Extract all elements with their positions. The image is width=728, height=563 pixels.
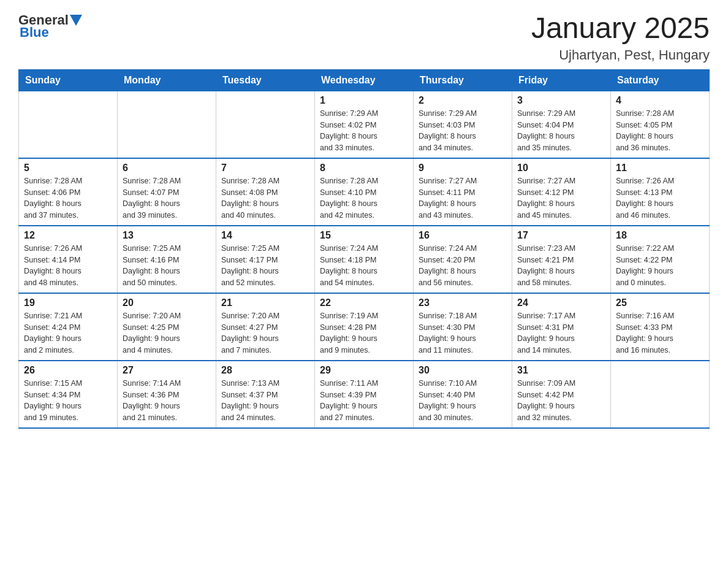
day-number: 18 (616, 230, 704, 241)
calendar-table: SundayMondayTuesdayWednesdayThursdayFrid… (18, 69, 710, 429)
day-info: Sunrise: 7:29 AMSunset: 4:02 PMDaylight:… (320, 108, 408, 154)
calendar-day-cell: 4Sunrise: 7:28 AMSunset: 4:05 PMDaylight… (611, 91, 710, 158)
calendar-day-cell: 6Sunrise: 7:28 AMSunset: 4:07 PMDaylight… (118, 158, 216, 226)
day-number: 23 (419, 297, 507, 308)
calendar-day-cell: 7Sunrise: 7:28 AMSunset: 4:08 PMDaylight… (216, 158, 315, 226)
calendar-day-cell: 20Sunrise: 7:20 AMSunset: 4:25 PMDayligh… (118, 293, 216, 361)
day-info: Sunrise: 7:19 AMSunset: 4:28 PMDaylight:… (320, 310, 408, 356)
day-info: Sunrise: 7:25 AMSunset: 4:17 PMDaylight:… (221, 243, 309, 289)
day-info: Sunrise: 7:20 AMSunset: 4:25 PMDaylight:… (123, 310, 211, 356)
calendar-day-cell: 22Sunrise: 7:19 AMSunset: 4:28 PMDayligh… (315, 293, 414, 361)
day-number: 3 (517, 95, 605, 106)
day-info: Sunrise: 7:23 AMSunset: 4:21 PMDaylight:… (517, 243, 605, 289)
day-number: 2 (419, 95, 507, 106)
day-number: 20 (123, 297, 211, 308)
calendar-day-cell: 26Sunrise: 7:15 AMSunset: 4:34 PMDayligh… (19, 361, 118, 428)
day-info: Sunrise: 7:29 AMSunset: 4:03 PMDaylight:… (419, 108, 507, 154)
day-info: Sunrise: 7:27 AMSunset: 4:12 PMDaylight:… (517, 175, 605, 221)
calendar-day-cell: 1Sunrise: 7:29 AMSunset: 4:02 PMDaylight… (315, 91, 414, 158)
calendar-day-cell: 9Sunrise: 7:27 AMSunset: 4:11 PMDaylight… (414, 158, 512, 226)
day-info: Sunrise: 7:28 AMSunset: 4:08 PMDaylight:… (221, 175, 309, 221)
day-info: Sunrise: 7:20 AMSunset: 4:27 PMDaylight:… (221, 310, 309, 356)
day-info: Sunrise: 7:16 AMSunset: 4:33 PMDaylight:… (616, 310, 704, 356)
day-info: Sunrise: 7:28 AMSunset: 4:10 PMDaylight:… (320, 175, 408, 221)
day-info: Sunrise: 7:17 AMSunset: 4:31 PMDaylight:… (517, 310, 605, 356)
calendar-day-cell (216, 91, 315, 158)
day-info: Sunrise: 7:25 AMSunset: 4:16 PMDaylight:… (123, 243, 211, 289)
calendar-day-cell: 5Sunrise: 7:28 AMSunset: 4:06 PMDaylight… (19, 158, 118, 226)
calendar-day-cell: 21Sunrise: 7:20 AMSunset: 4:27 PMDayligh… (216, 293, 315, 361)
calendar-day-cell: 18Sunrise: 7:22 AMSunset: 4:22 PMDayligh… (611, 226, 710, 293)
day-of-week-header: Thursday (414, 69, 512, 91)
calendar-day-cell: 16Sunrise: 7:24 AMSunset: 4:20 PMDayligh… (414, 226, 512, 293)
day-info: Sunrise: 7:09 AMSunset: 4:42 PMDaylight:… (517, 378, 605, 424)
day-info: Sunrise: 7:26 AMSunset: 4:13 PMDaylight:… (616, 175, 704, 221)
calendar-week-row: 19Sunrise: 7:21 AMSunset: 4:24 PMDayligh… (19, 293, 710, 361)
calendar-day-cell: 25Sunrise: 7:16 AMSunset: 4:33 PMDayligh… (611, 293, 710, 361)
calendar-day-cell: 30Sunrise: 7:10 AMSunset: 4:40 PMDayligh… (414, 361, 512, 428)
day-number: 6 (123, 163, 211, 174)
day-of-week-header: Monday (118, 69, 216, 91)
svg-marker-0 (70, 15, 82, 26)
day-number: 22 (320, 297, 408, 308)
day-number: 26 (24, 365, 112, 376)
calendar-day-cell (19, 91, 118, 158)
calendar-subtitle: Ujhartyan, Pest, Hungary (531, 47, 710, 63)
day-number: 19 (24, 297, 112, 308)
day-info: Sunrise: 7:24 AMSunset: 4:20 PMDaylight:… (419, 243, 507, 289)
calendar-week-row: 5Sunrise: 7:28 AMSunset: 4:06 PMDaylight… (19, 158, 710, 226)
day-info: Sunrise: 7:28 AMSunset: 4:05 PMDaylight:… (616, 108, 704, 154)
calendar-day-cell: 2Sunrise: 7:29 AMSunset: 4:03 PMDaylight… (414, 91, 512, 158)
calendar-header-row: SundayMondayTuesdayWednesdayThursdayFrid… (19, 69, 710, 91)
day-info: Sunrise: 7:14 AMSunset: 4:36 PMDaylight:… (123, 378, 211, 424)
logo: General Blue (18, 12, 82, 40)
day-info: Sunrise: 7:28 AMSunset: 4:06 PMDaylight:… (24, 175, 112, 221)
page-header: General Blue January 2025 Ujhartyan, Pes… (18, 12, 710, 63)
day-number: 17 (517, 230, 605, 241)
day-of-week-header: Saturday (611, 69, 710, 91)
calendar-day-cell: 8Sunrise: 7:28 AMSunset: 4:10 PMDaylight… (315, 158, 414, 226)
day-info: Sunrise: 7:10 AMSunset: 4:40 PMDaylight:… (419, 378, 507, 424)
day-number: 31 (517, 365, 605, 376)
calendar-day-cell: 28Sunrise: 7:13 AMSunset: 4:37 PMDayligh… (216, 361, 315, 428)
calendar-day-cell: 23Sunrise: 7:18 AMSunset: 4:30 PMDayligh… (414, 293, 512, 361)
day-info: Sunrise: 7:24 AMSunset: 4:18 PMDaylight:… (320, 243, 408, 289)
day-number: 29 (320, 365, 408, 376)
day-number: 30 (419, 365, 507, 376)
day-number: 16 (419, 230, 507, 241)
logo-blue-text: Blue (20, 25, 49, 40)
day-info: Sunrise: 7:15 AMSunset: 4:34 PMDaylight:… (24, 378, 112, 424)
day-number: 7 (221, 163, 309, 174)
calendar-week-row: 1Sunrise: 7:29 AMSunset: 4:02 PMDaylight… (19, 91, 710, 158)
day-number: 12 (24, 230, 112, 241)
day-number: 14 (221, 230, 309, 241)
day-of-week-header: Sunday (19, 69, 118, 91)
calendar-week-row: 26Sunrise: 7:15 AMSunset: 4:34 PMDayligh… (19, 361, 710, 428)
day-number: 11 (616, 163, 704, 174)
calendar-day-cell: 24Sunrise: 7:17 AMSunset: 4:31 PMDayligh… (512, 293, 611, 361)
day-info: Sunrise: 7:29 AMSunset: 4:04 PMDaylight:… (517, 108, 605, 154)
day-of-week-header: Wednesday (315, 69, 414, 91)
day-info: Sunrise: 7:21 AMSunset: 4:24 PMDaylight:… (24, 310, 112, 356)
calendar-day-cell (118, 91, 216, 158)
calendar-day-cell: 13Sunrise: 7:25 AMSunset: 4:16 PMDayligh… (118, 226, 216, 293)
calendar-day-cell: 31Sunrise: 7:09 AMSunset: 4:42 PMDayligh… (512, 361, 611, 428)
day-number: 1 (320, 95, 408, 106)
calendar-day-cell: 14Sunrise: 7:25 AMSunset: 4:17 PMDayligh… (216, 226, 315, 293)
day-of-week-header: Tuesday (216, 69, 315, 91)
day-info: Sunrise: 7:18 AMSunset: 4:30 PMDaylight:… (419, 310, 507, 356)
calendar-day-cell: 19Sunrise: 7:21 AMSunset: 4:24 PMDayligh… (19, 293, 118, 361)
calendar-day-cell: 17Sunrise: 7:23 AMSunset: 4:21 PMDayligh… (512, 226, 611, 293)
day-number: 4 (616, 95, 704, 106)
calendar-day-cell: 11Sunrise: 7:26 AMSunset: 4:13 PMDayligh… (611, 158, 710, 226)
day-info: Sunrise: 7:11 AMSunset: 4:39 PMDaylight:… (320, 378, 408, 424)
calendar-day-cell (611, 361, 710, 428)
day-number: 21 (221, 297, 309, 308)
calendar-week-row: 12Sunrise: 7:26 AMSunset: 4:14 PMDayligh… (19, 226, 710, 293)
day-number: 5 (24, 163, 112, 174)
day-number: 10 (517, 163, 605, 174)
day-number: 25 (616, 297, 704, 308)
calendar-day-cell: 3Sunrise: 7:29 AMSunset: 4:04 PMDaylight… (512, 91, 611, 158)
day-info: Sunrise: 7:13 AMSunset: 4:37 PMDaylight:… (221, 378, 309, 424)
logo-triangle-icon (70, 15, 82, 27)
